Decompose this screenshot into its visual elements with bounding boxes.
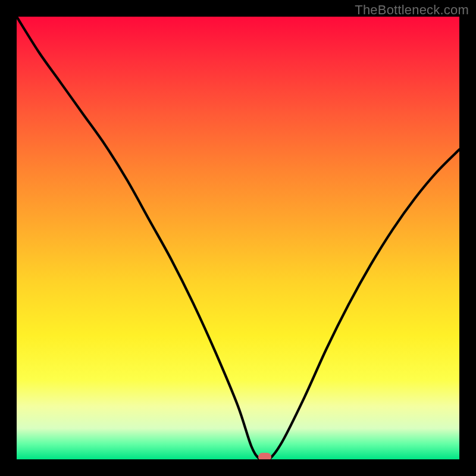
optimal-point-marker xyxy=(258,453,271,459)
bottleneck-curve xyxy=(17,17,459,459)
watermark-text: TheBottleneck.com xyxy=(355,2,469,18)
chart-frame: TheBottleneck.com xyxy=(0,0,476,476)
plot-area xyxy=(17,17,459,459)
